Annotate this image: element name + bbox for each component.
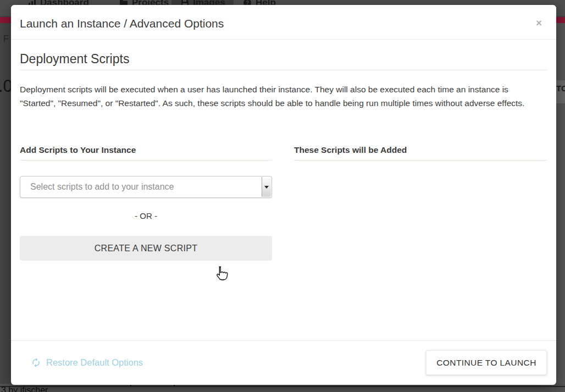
close-icon[interactable]: ×: [536, 18, 542, 28]
section-heading: Deployment Scripts: [20, 52, 547, 70]
select-dropdown-arrow-icon: [262, 177, 271, 197]
background-button-fragment-label: TO: [556, 84, 565, 93]
continue-to-launch-button[interactable]: CONTINUE TO LAUNCH: [426, 350, 547, 375]
add-scripts-heading: Add Scripts to Your Instance: [20, 145, 272, 161]
advanced-options-modal: Launch an Instance / Advanced Options × …: [11, 5, 556, 385]
added-scripts-column: These Scripts will be Added: [294, 145, 547, 261]
restore-default-options-link[interactable]: Restore Default Options: [31, 357, 143, 368]
modal-body: Deployment Scripts Deployment scripts wi…: [11, 52, 556, 261]
or-separator-text: - OR -: [20, 211, 272, 221]
add-scripts-column: Add Scripts to Your Instance Select scri…: [20, 145, 272, 261]
background-right-strip: [556, 23, 565, 384]
create-script-button[interactable]: CREATE A NEW SCRIPT: [20, 236, 272, 261]
columns-container: Add Scripts to Your Instance Select scri…: [20, 145, 547, 261]
modal-footer: Restore Default Options CONTINUE TO LAUN…: [11, 340, 556, 385]
refresh-icon: [31, 357, 41, 368]
background-owner-fragment: 3 by jfischer: [1, 385, 48, 392]
section-description: Deployment scripts will be executed when…: [20, 82, 529, 110]
modal-title: Launch an Instance / Advanced Options: [20, 17, 545, 30]
background-table-border: [0, 386, 565, 387]
scripts-select-placeholder: Select scripts to add to your instance: [30, 182, 174, 192]
mouse-pointer-icon: [213, 266, 228, 285]
scripts-select[interactable]: Select scripts to add to your instance: [20, 176, 272, 198]
added-scripts-heading: These Scripts will be Added: [294, 145, 547, 161]
restore-default-options-label: Restore Default Options: [46, 357, 143, 368]
background-link-fragment: F: [3, 34, 9, 44]
background-bottom-strip: 3 by jfischer: [0, 384, 565, 392]
modal-header: Launch an Instance / Advanced Options ×: [11, 5, 556, 40]
